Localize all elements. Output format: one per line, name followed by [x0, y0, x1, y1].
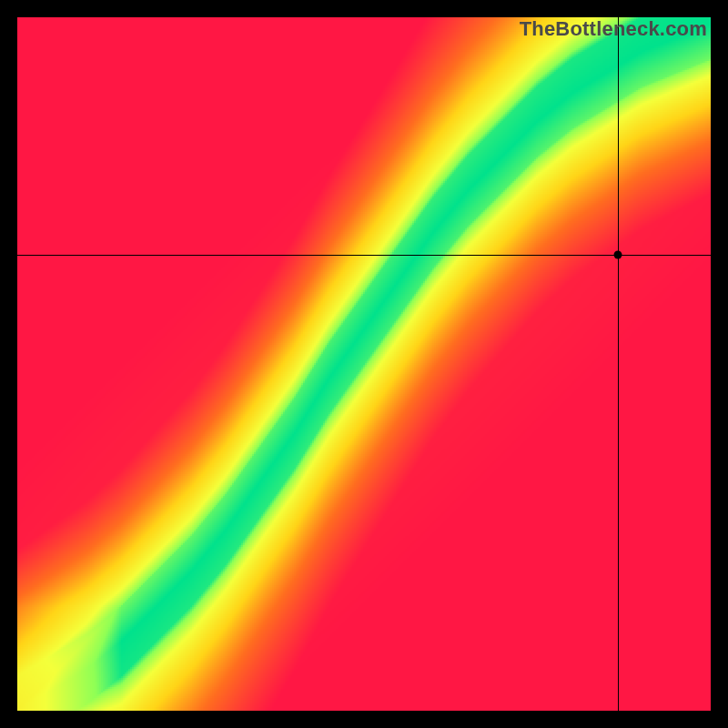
heatmap-canvas [17, 17, 711, 711]
plot-area: TheBottleneck.com [17, 17, 711, 711]
watermark-text: TheBottleneck.com [520, 17, 707, 41]
outer-black-frame: TheBottleneck.com [0, 0, 728, 728]
